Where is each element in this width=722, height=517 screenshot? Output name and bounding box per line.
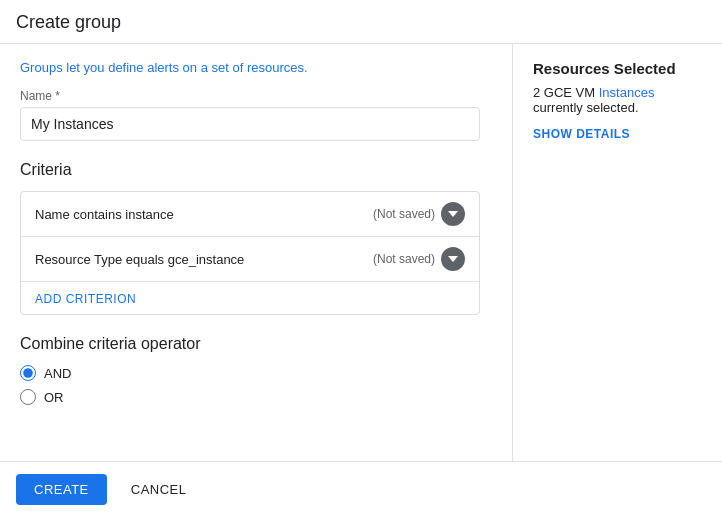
name-input[interactable]: [20, 107, 480, 141]
radio-or-label: OR: [44, 390, 64, 405]
radio-and-input[interactable]: [20, 365, 36, 381]
add-criterion-row: ADD CRITERION: [21, 282, 479, 314]
side-panel: Resources Selected 2 GCE VM Instances cu…: [512, 44, 722, 461]
criteria-box: Name contains instance (Not saved) Resou…: [20, 191, 480, 315]
side-panel-desc-plain: 2 GCE VM: [533, 85, 595, 100]
combine-section: Combine criteria operator AND OR: [20, 335, 492, 405]
criteria-title: Criteria: [20, 161, 492, 179]
side-panel-desc-suffix: currently selected.: [533, 100, 639, 115]
criteria-text-0: Name contains instance: [35, 207, 174, 222]
page-header: Create group: [0, 0, 722, 44]
criteria-expand-0[interactable]: [441, 202, 465, 226]
side-panel-desc: 2 GCE VM Instances currently selected.: [533, 85, 702, 115]
criteria-row-0: Name contains instance (Not saved): [21, 192, 479, 237]
combine-title: Combine criteria operator: [20, 335, 492, 353]
criteria-row-1: Resource Type equals gce_instance (Not s…: [21, 237, 479, 282]
content-area: Groups let you define alerts on a set of…: [0, 44, 722, 461]
criteria-status-1: (Not saved): [373, 252, 435, 266]
radio-group: AND OR: [20, 365, 492, 405]
page-container: Create group Groups let you define alert…: [0, 0, 722, 517]
cancel-button[interactable]: CANCEL: [119, 474, 199, 505]
create-button[interactable]: CREATE: [16, 474, 107, 505]
radio-and-label: AND: [44, 366, 71, 381]
criteria-right-1: (Not saved): [373, 247, 465, 271]
side-panel-desc-highlight: Instances: [599, 85, 655, 100]
criteria-status-0: (Not saved): [373, 207, 435, 221]
main-panel: Groups let you define alerts on a set of…: [0, 44, 512, 461]
criteria-expand-1[interactable]: [441, 247, 465, 271]
name-field-container: Name *: [20, 89, 492, 141]
radio-and[interactable]: AND: [20, 365, 492, 381]
criteria-section: Criteria Name contains instance (Not sav…: [20, 161, 492, 315]
side-panel-title: Resources Selected: [533, 60, 702, 77]
criteria-right-0: (Not saved): [373, 202, 465, 226]
name-label: Name *: [20, 89, 492, 103]
show-details-link[interactable]: SHOW DETAILS: [533, 127, 630, 141]
add-criterion-link[interactable]: ADD CRITERION: [35, 292, 136, 306]
criteria-text-1: Resource Type equals gce_instance: [35, 252, 244, 267]
footer: CREATE CANCEL: [0, 461, 722, 517]
radio-or-input[interactable]: [20, 389, 36, 405]
radio-or[interactable]: OR: [20, 389, 492, 405]
description-text: Groups let you define alerts on a set of…: [20, 60, 492, 75]
page-title: Create group: [16, 12, 121, 32]
